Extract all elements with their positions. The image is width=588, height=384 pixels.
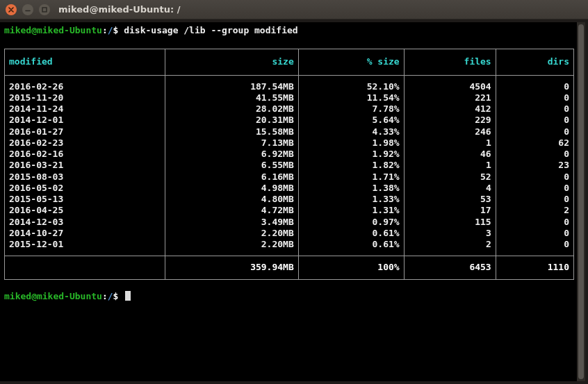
cell-files: 53 <box>404 194 496 205</box>
cell-pct: 1.82% <box>298 160 404 171</box>
cell-pct: 1.33% <box>298 194 404 205</box>
scrollbar-thumb[interactable] <box>578 24 584 379</box>
cell-dirs: 2 <box>496 205 573 216</box>
maximize-icon <box>42 7 47 12</box>
cell-files: 412 <box>404 103 496 115</box>
table-row: 2015-11-2041.55MB11.54%2210 <box>5 92 574 103</box>
cell-dirs: 0 <box>496 239 573 256</box>
close-icon <box>8 7 14 12</box>
table-row: 2016-04-254.72MB1.31%172 <box>5 205 574 216</box>
total-pct: 100% <box>298 256 404 279</box>
cell-dirs: 0 <box>496 172 573 183</box>
cell-modified: 2015-11-20 <box>5 92 165 103</box>
cell-files: 4 <box>404 183 496 194</box>
table-row: 2016-03-216.55MB1.82%123 <box>5 160 574 171</box>
cell-size: 3.49MB <box>165 217 299 228</box>
command-text: disk-usage /lib --group modified <box>124 25 297 35</box>
cell-pct: 0.61% <box>298 239 404 256</box>
cell-size: 4.98MB <box>165 183 299 194</box>
terminal-body-wrap: miked@miked-Ubuntu:/$ disk-usage /lib --… <box>0 19 588 384</box>
total-dirs: 1110 <box>496 256 573 279</box>
cell-modified: 2016-05-02 <box>5 183 165 194</box>
cell-pct: 7.78% <box>298 103 404 115</box>
cell-files: 229 <box>404 115 496 126</box>
prompt-colon: : <box>102 25 108 35</box>
cell-modified: 2016-02-26 <box>5 75 165 92</box>
table-row: 2014-12-0120.31MB5.64%2290 <box>5 115 574 126</box>
cell-pct: 52.10% <box>298 75 404 92</box>
total-size: 359.94MB <box>165 256 299 279</box>
cell-pct: 0.61% <box>298 228 404 239</box>
cell-dirs: 0 <box>496 126 573 137</box>
cell-pct: 5.64% <box>298 115 404 126</box>
prompt-path: / <box>108 25 113 35</box>
cell-modified: 2015-12-01 <box>5 239 165 256</box>
cell-dirs: 0 <box>496 115 573 126</box>
close-button[interactable] <box>6 4 17 15</box>
cell-files: 115 <box>404 217 496 228</box>
table-total-row: 359.94MB 100% 6453 1110 <box>5 256 574 279</box>
table-row: 2016-01-2715.58MB4.33%2460 <box>5 126 574 137</box>
cell-size: 4.72MB <box>165 205 299 216</box>
cell-dirs: 0 <box>496 228 573 239</box>
cell-pct: 0.97% <box>298 217 404 228</box>
cell-modified: 2014-12-01 <box>5 115 165 126</box>
cell-dirs: 0 <box>496 217 573 228</box>
table-row: 2015-05-134.80MB1.33%530 <box>5 194 574 205</box>
cell-modified: 2015-05-13 <box>5 194 165 205</box>
cell-size: 6.16MB <box>165 172 299 183</box>
col-header-files: files <box>404 49 496 75</box>
cell-files: 1 <box>404 137 496 149</box>
cell-modified: 2016-01-27 <box>5 126 165 137</box>
prompt-dollar: $ <box>113 25 124 35</box>
minimize-button[interactable] <box>22 4 33 15</box>
table-row: 2015-08-036.16MB1.71%520 <box>5 172 574 183</box>
cell-modified: 2016-03-21 <box>5 160 165 171</box>
prompt-path: / <box>108 291 113 301</box>
total-modified <box>5 256 165 279</box>
cell-pct: 1.31% <box>298 205 404 216</box>
cell-pct: 4.33% <box>298 126 404 137</box>
cell-pct: 11.54% <box>298 92 404 103</box>
cell-size: 2.20MB <box>165 228 299 239</box>
cell-dirs: 23 <box>496 160 573 171</box>
scrollbar[interactable] <box>577 22 585 381</box>
col-header-size: size <box>165 49 299 75</box>
cell-files: 3 <box>404 228 496 239</box>
cell-modified: 2014-11-24 <box>5 103 165 115</box>
blank-line <box>4 280 573 291</box>
window-title: miked@miked-Ubuntu: / <box>58 4 181 15</box>
table-header-row: modified size % size files dirs <box>5 49 574 75</box>
table-row: 2014-12-033.49MB0.97%1150 <box>5 217 574 228</box>
cell-files: 246 <box>404 126 496 137</box>
maximize-button[interactable] <box>39 4 50 15</box>
cell-modified: 2016-02-16 <box>5 149 165 160</box>
cell-pct: 1.38% <box>298 183 404 194</box>
cell-size: 7.13MB <box>165 137 299 149</box>
table-row: 2016-02-237.13MB1.98%162 <box>5 137 574 149</box>
table-row: 2014-10-272.20MB0.61%30 <box>5 228 574 239</box>
table-row: 2015-12-012.20MB0.61%20 <box>5 239 574 256</box>
prompt-user-host: miked@miked-Ubuntu <box>4 291 102 301</box>
col-header-modified: modified <box>5 49 165 75</box>
cell-pct: 1.92% <box>298 149 404 160</box>
cell-size: 15.58MB <box>165 126 299 137</box>
cell-dirs: 62 <box>496 137 573 149</box>
cell-files: 1 <box>404 160 496 171</box>
cell-modified: 2016-04-25 <box>5 205 165 216</box>
cell-modified: 2015-08-03 <box>5 172 165 183</box>
blank-line <box>4 36 573 47</box>
prompt-line: miked@miked-Ubuntu:/$ disk-usage /lib --… <box>4 25 573 36</box>
cell-modified: 2014-12-03 <box>5 217 165 228</box>
terminal-body[interactable]: miked@miked-Ubuntu:/$ disk-usage /lib --… <box>0 22 577 381</box>
table-row: 2016-02-166.92MB1.92%460 <box>5 149 574 160</box>
cell-files: 4504 <box>404 75 496 92</box>
cell-dirs: 0 <box>496 75 573 92</box>
prompt-line: miked@miked-Ubuntu:/$ <box>4 291 573 302</box>
cell-size: 6.92MB <box>165 149 299 160</box>
cell-modified: 2016-02-23 <box>5 137 165 149</box>
minimize-icon <box>25 7 31 12</box>
cell-size: 41.55MB <box>165 92 299 103</box>
cell-pct: 1.98% <box>298 137 404 149</box>
table-row: 2016-02-26187.54MB52.10%45040 <box>5 75 574 92</box>
